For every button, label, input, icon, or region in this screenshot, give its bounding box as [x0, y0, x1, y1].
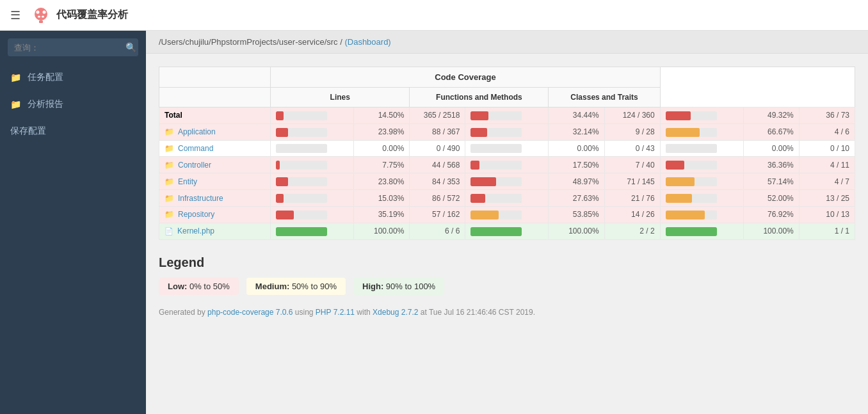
item-link[interactable]: Application: [178, 127, 216, 136]
lines-frac-cell: 84 / 353: [410, 173, 465, 190]
fn-bar-cell: [465, 157, 549, 173]
legend-section: Legend Low: 0% to 50% Medium: 50% to 90%…: [159, 255, 855, 295]
fn-frac-cell: 9 / 28: [604, 123, 660, 140]
lines-frac-cell: 44 / 568: [410, 157, 465, 173]
logo-area: 代码覆盖率分析: [31, 5, 128, 26]
legend-title: Legend: [159, 255, 855, 270]
breadcrumb: /Users/chujilu/PhpstormProjects/user-ser…: [146, 31, 868, 54]
cls-pct-cell: 36.36%: [743, 157, 799, 173]
cls-frac-cell: 4 / 11: [799, 157, 855, 173]
item-link[interactable]: Command: [178, 144, 213, 153]
folder-icon: 📁: [165, 127, 174, 136]
fn-bar-cell: [465, 107, 549, 124]
folder-icon: 📁: [165, 177, 174, 186]
cls-bar-cell: [660, 140, 743, 157]
folder-icon: 📁: [165, 161, 174, 170]
cls-pct-cell: 52.00%: [743, 190, 799, 207]
row-name-cell: 📁Infrastructure: [159, 190, 271, 207]
sidebar-item-task-config[interactable]: 📁 任务配置: [0, 64, 146, 91]
row-name-cell: 📁Entity: [159, 173, 271, 190]
breadcrumb-path: /Users/chujilu/PhpstormProjects/user-ser…: [159, 37, 342, 47]
fn-pct-cell: 100.00%: [549, 223, 604, 239]
folder-icon: 📁: [165, 144, 174, 153]
svg-rect-5: [39, 20, 43, 23]
legend-items: Low: 0% to 50% Medium: 50% to 90% High: …: [159, 278, 855, 295]
lines-frac-cell: 6 / 6: [410, 223, 465, 239]
coverage-table: Code Coverage Lines Functions and Method…: [159, 67, 855, 240]
footer-link3[interactable]: Xdebug 2.7.2: [373, 308, 418, 317]
code-coverage-header: Code Coverage: [271, 67, 660, 88]
fn-frac-cell: 2 / 2: [604, 223, 660, 239]
cls-frac-cell: 4 / 7: [799, 173, 855, 190]
search-wrap[interactable]: 🔍: [8, 38, 138, 56]
file-icon: 📄: [165, 227, 173, 235]
cls-pct-cell: 66.67%: [743, 123, 799, 140]
cls-frac-cell: 0 / 10: [799, 140, 855, 157]
cls-pct-cell: 100.00%: [743, 223, 799, 239]
logo-icon: [31, 5, 51, 26]
svg-point-2: [43, 10, 46, 13]
footer-link2[interactable]: PHP 7.2.11: [316, 308, 355, 317]
row-name-cell: Total: [159, 107, 271, 124]
menu-icon[interactable]: ☰: [10, 8, 20, 22]
fn-pct-cell: 32.14%: [549, 123, 604, 140]
sidebar-item-analysis-report[interactable]: 📁 分析报告: [0, 91, 146, 118]
lines-pct-cell: 14.50%: [354, 107, 410, 124]
cls-frac-cell: 36 / 73: [799, 107, 855, 124]
sidebar-item-save-config[interactable]: 保存配置: [0, 118, 146, 145]
lines-pct-cell: 35.19%: [354, 206, 410, 223]
fn-pct-cell: 48.97%: [549, 173, 604, 190]
item-link[interactable]: Controller: [178, 161, 211, 170]
col-header-lines: Lines: [271, 88, 410, 107]
lines-bar-cell: [271, 157, 354, 173]
footer-text-pre: Generated by: [159, 308, 207, 317]
cls-pct-cell: 76.92%: [743, 206, 799, 223]
fn-frac-cell: 0 / 43: [604, 140, 660, 157]
fn-pct-cell: 53.85%: [549, 206, 604, 223]
lines-bar-cell: [271, 190, 354, 207]
item-link[interactable]: Infrastructure: [178, 194, 223, 203]
layout: 🔍 📁 任务配置 📁 分析报告 保存配置 /Users/chujilu/Phps…: [0, 31, 868, 414]
fn-bar-cell: [465, 190, 549, 207]
lines-frac-cell: 86 / 572: [410, 190, 465, 207]
fn-pct-cell: 17.50%: [549, 157, 604, 173]
cls-pct-cell: 49.32%: [743, 107, 799, 124]
lines-pct-cell: 7.75%: [354, 157, 410, 173]
item-link[interactable]: Entity: [178, 177, 197, 186]
row-name-cell: 📁Repository: [159, 206, 271, 223]
col-header-functions: Functions and Methods: [410, 88, 549, 107]
lines-frac-cell: 88 / 367: [410, 123, 465, 140]
svg-point-4: [42, 15, 44, 17]
total-label: Total: [165, 111, 182, 120]
footer-link1[interactable]: php-code-coverage 7.0.6: [207, 308, 293, 317]
app-title: 代码覆盖率分析: [56, 8, 128, 22]
fn-frac-cell: 21 / 76: [604, 190, 660, 207]
topbar: ☰ 代码覆盖率分析: [0, 0, 868, 31]
fn-frac-cell: 71 / 145: [604, 173, 660, 190]
search-input[interactable]: [14, 43, 122, 52]
fn-pct-cell: 34.44%: [549, 107, 604, 124]
fn-pct-cell: 27.63%: [549, 190, 604, 207]
footer-text-post: at Tue Jul 16 21:46:46 CST 2019.: [418, 308, 535, 317]
footer: Generated by php-code-coverage 7.0.6 usi…: [159, 308, 855, 317]
breadcrumb-link[interactable]: (Dashboard): [344, 37, 390, 47]
lines-pct-cell: 15.03%: [354, 190, 410, 207]
cls-pct-cell: 57.14%: [743, 173, 799, 190]
item-link[interactable]: Repository: [178, 210, 214, 219]
fn-frac-cell: 14 / 26: [604, 206, 660, 223]
sidebar-item-label: 分析报告: [28, 99, 63, 110]
fn-bar-cell: [465, 173, 549, 190]
folder-icon: 📁: [165, 210, 174, 219]
search-icon: 🔍: [125, 42, 136, 52]
cls-bar-cell: [660, 190, 743, 207]
cls-bar-cell: [660, 173, 743, 190]
col-header-name: [159, 88, 271, 107]
folder-icon: 📁: [165, 194, 174, 203]
item-link[interactable]: Kernel.php: [177, 227, 214, 235]
row-name-cell: 📁Application: [159, 123, 271, 140]
lines-bar-cell: [271, 173, 354, 190]
fn-bar-cell: [465, 140, 549, 157]
fn-bar-cell: [465, 223, 549, 239]
legend-high: High: 90% to 100%: [353, 278, 444, 295]
row-name-cell: 📁Command: [159, 140, 271, 157]
